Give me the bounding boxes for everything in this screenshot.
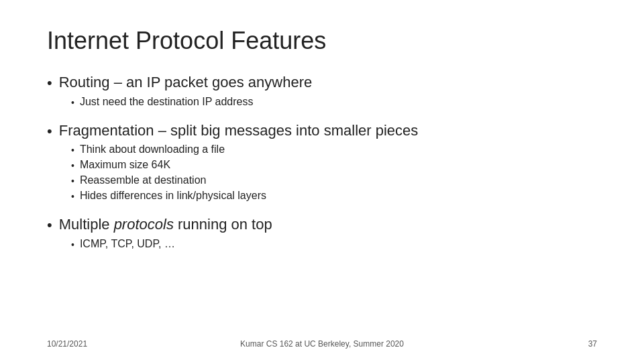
sub-bullets-fragmentation: • Think about downloading a file • Maxim… [47, 143, 597, 204]
bullet-dot: • [47, 216, 52, 235]
sub-bullet-frag-2-text: Reassemble at destination [80, 174, 207, 186]
sub-bullet-frag-1: • Maximum size 64K [71, 159, 597, 173]
bullet-fragmentation-text: Fragmentation – split big messages into … [59, 122, 419, 139]
sub-bullet-frag-0: • Think about downloading a file [71, 143, 597, 158]
section-routing: • Routing – an IP packet goes anywhere •… [47, 74, 597, 111]
bullet-routing: • Routing – an IP packet goes anywhere [47, 74, 597, 93]
sub-dot: • [71, 190, 74, 204]
sub-bullets-routing: • Just need the destination IP address [47, 96, 597, 110]
slide-footer: 10/21/2021 Kumar CS 162 at UC Berkeley, … [47, 339, 597, 349]
bullet-protocols-suffix: running on top [174, 216, 272, 233]
sub-bullet-frag-3: • Hides differences in link/physical lay… [71, 190, 597, 204]
slide: Internet Protocol Features • Routing – a… [0, 0, 644, 362]
sub-dot: • [71, 143, 74, 158]
footer-date: 10/21/2021 [47, 339, 87, 349]
bullet-dot: • [47, 122, 52, 141]
slide-title: Internet Protocol Features [47, 27, 597, 55]
bullet-protocols-italic: protocols [114, 216, 174, 233]
sub-dot: • [71, 96, 74, 110]
sub-bullets-protocols: • ICMP, TCP, UDP, … [47, 238, 597, 252]
sub-bullet-frag-1-text: Maximum size 64K [80, 159, 170, 171]
sub-dot: • [71, 159, 74, 173]
sub-bullet-frag-3-text: Hides differences in link/physical layer… [80, 190, 266, 202]
sub-bullet-routing-0-text: Just need the destination IP address [80, 96, 254, 108]
sub-bullet-protocols-0: • ICMP, TCP, UDP, … [71, 238, 597, 252]
sub-bullet-routing-0: • Just need the destination IP address [71, 96, 597, 110]
sub-bullet-protocols-0-text: ICMP, TCP, UDP, … [80, 238, 175, 250]
bullet-protocols-prefix: Multiple [59, 216, 114, 233]
bullet-protocols-text: Multiple protocols running on top [59, 216, 272, 233]
section-fragmentation: • Fragmentation – split big messages int… [47, 122, 597, 206]
sub-dot: • [71, 174, 74, 188]
section-protocols: • Multiple protocols running on top • IC… [47, 216, 597, 253]
sub-dot: • [71, 238, 74, 252]
sub-bullet-frag-0-text: Think about downloading a file [80, 143, 225, 156]
bullet-routing-text: Routing – an IP packet goes anywhere [59, 74, 313, 91]
sub-bullet-frag-2: • Reassemble at destination [71, 174, 597, 188]
bullet-protocols: • Multiple protocols running on top [47, 216, 597, 235]
bullet-dot: • [47, 74, 52, 93]
footer-page-number: 37 [588, 339, 597, 349]
bullet-fragmentation: • Fragmentation – split big messages int… [47, 122, 597, 141]
footer-attribution: Kumar CS 162 at UC Berkeley, Summer 2020 [240, 339, 404, 349]
slide-content: • Routing – an IP packet goes anywhere •… [47, 74, 597, 342]
